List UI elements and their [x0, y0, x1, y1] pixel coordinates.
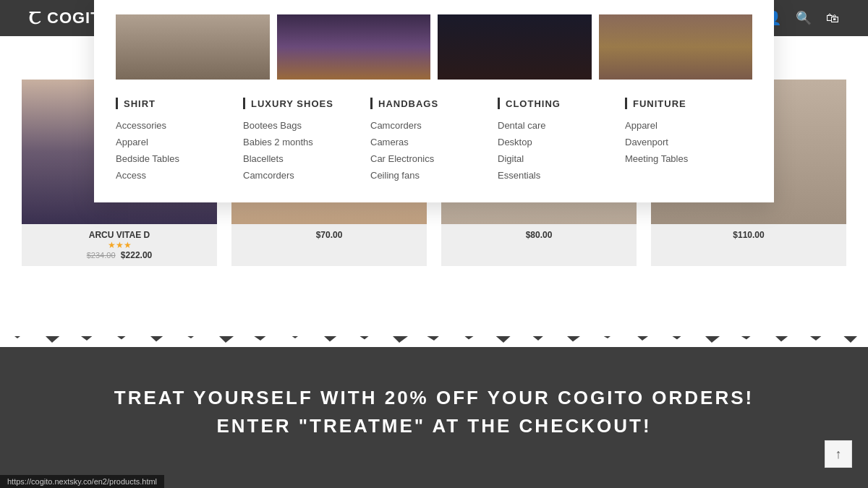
- menu-image-2[interactable]: [277, 14, 431, 80]
- logo-icon: Ꞇ: [29, 8, 41, 28]
- menu-image-3[interactable]: [438, 14, 592, 80]
- promo-inner: TREAT YOURSELF WITH 20% OFF YOUR COGITO …: [114, 387, 754, 437]
- menu-item-shirt-3[interactable]: Access: [116, 170, 229, 181]
- product-new-price-1: $222.00: [121, 250, 152, 260]
- col-header-bar-handbags: [370, 98, 373, 109]
- col-header-bar-shirt: [116, 98, 118, 109]
- menu-image-2-inner: [277, 14, 431, 80]
- menu-col-luxury-shoes-label: LUXURY SHOES: [251, 98, 333, 109]
- menu-item-shirt-1[interactable]: Apparel: [116, 137, 229, 147]
- menu-item-shirt-2[interactable]: Bedside Tables: [116, 153, 229, 164]
- product-new-price-4: $110.00: [733, 230, 764, 240]
- menu-col-funiture: FUNITURE Apparel Davenport Meeting Table…: [625, 98, 752, 181]
- product-price-2: $70.00: [237, 230, 421, 240]
- torn-border: [0, 336, 868, 347]
- menu-col-funiture-items: Apparel Davenport Meeting Tables: [625, 120, 738, 164]
- mega-menu-columns: SHIRT Accessories Apparel Bedside Tables…: [116, 98, 752, 181]
- menu-col-clothing-items: Dental care Desktop Digital Essentials: [498, 120, 610, 181]
- menu-col-handbags-header: HANDBAGS: [370, 98, 483, 109]
- menu-col-shirt-items: Accessories Apparel Bedside Tables Acces…: [116, 120, 229, 181]
- menu-col-funiture-label: FUNITURE: [633, 98, 686, 109]
- menu-image-4-inner: [599, 14, 753, 80]
- menu-col-luxury-shoes-items: Bootees Bags Babies 2 months Blacellets …: [243, 120, 356, 181]
- menu-image-4[interactable]: [599, 14, 753, 80]
- menu-col-clothing-header: CLOTHING: [498, 98, 610, 109]
- promo-section: TREAT YOURSELF WITH 20% OFF YOUR COGITO …: [0, 336, 868, 488]
- product-price-3: $80.00: [447, 230, 631, 240]
- menu-col-clothing: CLOTHING Dental care Desktop Digital Ess…: [498, 98, 625, 181]
- menu-item-funiture-1[interactable]: Davenport: [625, 137, 738, 147]
- menu-item-funiture-0[interactable]: Apparel: [625, 120, 738, 131]
- product-info-2: $70.00: [231, 224, 427, 246]
- product-name-1: ARCU VITAE D: [27, 230, 211, 240]
- mega-menu-images: [116, 14, 752, 80]
- promo-line1: TREAT YOURSELF WITH 20% OFF YOUR COGITO …: [114, 387, 754, 409]
- menu-col-handbags: HANDBAGS Camcorders Cameras Car Electron…: [370, 98, 498, 181]
- url-bar: https://cogito.nextsky.co/en2/products.h…: [0, 475, 164, 488]
- menu-item-handbags-0[interactable]: Camcorders: [370, 120, 483, 131]
- mega-menu: SHIRT Accessories Apparel Bedside Tables…: [94, 0, 774, 202]
- menu-item-handbags-3[interactable]: Ceiling fans: [370, 170, 483, 181]
- url-text: https://cogito.nextsky.co/en2/products.h…: [7, 477, 157, 486]
- menu-item-handbags-1[interactable]: Cameras: [370, 137, 483, 147]
- menu-item-luxury-shoes-3[interactable]: Camcorders: [243, 170, 356, 181]
- product-price-4: $110.00: [657, 230, 841, 240]
- header-icons: 👤 🔍 🛍: [765, 10, 839, 26]
- menu-item-handbags-2[interactable]: Car Electronics: [370, 153, 483, 164]
- product-info-4: $110.00: [651, 224, 846, 246]
- menu-image-3-inner: [438, 14, 592, 80]
- menu-col-funiture-header: FUNITURE: [625, 98, 738, 109]
- menu-col-clothing-label: CLOTHING: [506, 98, 561, 109]
- scroll-to-top-button[interactable]: ↑: [825, 440, 852, 468]
- menu-item-clothing-0[interactable]: Dental care: [498, 120, 610, 131]
- product-stars-1: ★★★: [27, 240, 211, 250]
- menu-item-luxury-shoes-1[interactable]: Babies 2 months: [243, 137, 356, 147]
- search-icon[interactable]: 🔍: [796, 10, 812, 26]
- product-new-price-2: $70.00: [316, 230, 343, 240]
- menu-item-shirt-0[interactable]: Accessories: [116, 120, 229, 131]
- menu-item-clothing-3[interactable]: Essentials: [498, 170, 610, 181]
- menu-item-luxury-shoes-2[interactable]: Blacellets: [243, 153, 356, 164]
- col-header-bar-funiture: [625, 98, 627, 109]
- page-wrapper: Ꞇ COGITO HOME PRODUCTS ▾ COLLECTION ▾ PA…: [0, 0, 868, 488]
- col-header-bar-luxury-shoes: [243, 98, 245, 109]
- scroll-top-icon: ↑: [835, 447, 842, 462]
- menu-item-luxury-shoes-0[interactable]: Bootees Bags: [243, 120, 356, 131]
- menu-image-1[interactable]: [116, 14, 270, 80]
- menu-col-shirt-label: SHIRT: [124, 98, 156, 109]
- menu-item-clothing-1[interactable]: Desktop: [498, 137, 610, 147]
- cart-icon[interactable]: 🛍: [826, 11, 839, 26]
- menu-col-luxury-shoes-header: LUXURY SHOES: [243, 98, 356, 109]
- col-header-bar-clothing: [498, 98, 500, 109]
- promo-line2: ENTER "TREATME" AT THE CHECKOUT!: [114, 415, 754, 437]
- menu-col-luxury-shoes: LUXURY SHOES Bootees Bags Babies 2 month…: [243, 98, 370, 181]
- product-new-price-3: $80.00: [526, 230, 553, 240]
- menu-item-clothing-2[interactable]: Digital: [498, 153, 610, 164]
- product-price-1: $234.00 $222.00: [27, 250, 211, 260]
- menu-col-handbags-items: Camcorders Cameras Car Electronics Ceili…: [370, 120, 483, 181]
- menu-col-shirt: SHIRT Accessories Apparel Bedside Tables…: [116, 98, 243, 181]
- menu-col-shirt-header: SHIRT: [116, 98, 229, 109]
- product-info-1: ARCU VITAE D ★★★ $234.00 $222.00: [22, 224, 217, 266]
- product-info-3: $80.00: [441, 224, 637, 246]
- menu-item-funiture-2[interactable]: Meeting Tables: [625, 153, 738, 164]
- menu-col-handbags-label: HANDBAGS: [378, 98, 438, 109]
- menu-image-1-inner: [116, 14, 270, 80]
- product-old-price-1: $234.00: [87, 251, 116, 260]
